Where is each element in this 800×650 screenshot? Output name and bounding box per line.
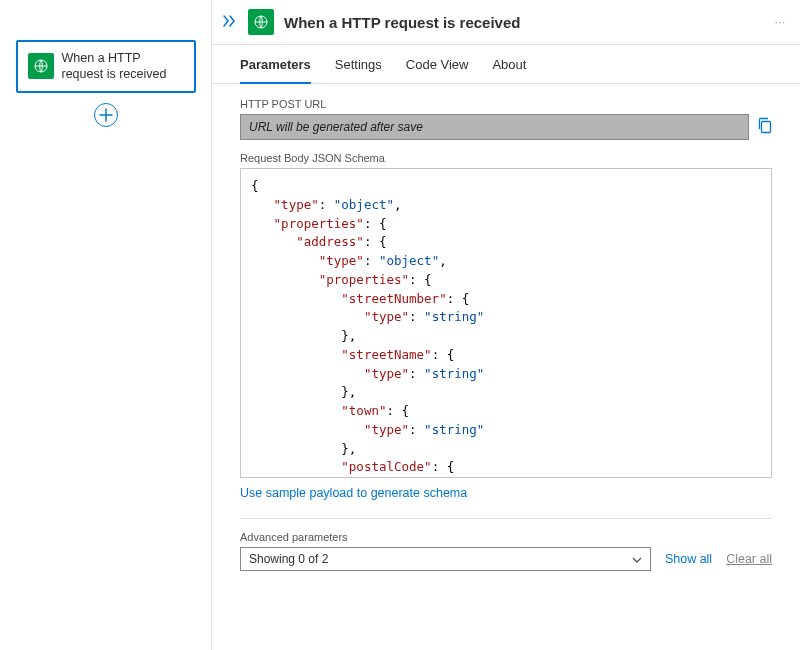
chevron-down-icon	[632, 554, 642, 565]
clear-all-link[interactable]: Clear all	[726, 552, 772, 566]
tab-code-view[interactable]: Code View	[406, 45, 469, 83]
show-all-link[interactable]: Show all	[665, 552, 712, 566]
schema-editor[interactable]: { "type": "object", "properties": { "add…	[240, 168, 772, 478]
globe-icon	[28, 53, 54, 79]
divider	[240, 518, 772, 519]
use-sample-payload-link[interactable]: Use sample payload to generate schema	[240, 486, 467, 500]
advanced-parameters-dropdown[interactable]: Showing 0 of 2	[240, 547, 651, 571]
tab-parameters[interactable]: Parameters	[240, 45, 311, 84]
advanced-select-text: Showing 0 of 2	[249, 552, 328, 566]
canvas-pane: When a HTTP request is received	[0, 0, 211, 650]
panel-header: When a HTTP request is received ···	[212, 0, 800, 45]
panel-tabs: Parameters Settings Code View About	[212, 45, 800, 84]
globe-icon	[248, 9, 274, 35]
panel-menu-button[interactable]: ···	[775, 17, 786, 28]
trigger-node-label: When a HTTP request is received	[62, 50, 184, 83]
panel-body: HTTP POST URL URL will be generated afte…	[212, 84, 800, 650]
tab-about[interactable]: About	[492, 45, 526, 83]
trigger-node-card[interactable]: When a HTTP request is received	[16, 40, 196, 93]
schema-label: Request Body JSON Schema	[240, 152, 772, 164]
copy-url-button[interactable]	[757, 117, 772, 137]
add-step-button[interactable]	[94, 103, 118, 127]
tab-settings[interactable]: Settings	[335, 45, 382, 83]
advanced-label: Advanced parameters	[240, 531, 772, 543]
collapse-panel-button[interactable]	[222, 14, 238, 30]
url-label: HTTP POST URL	[240, 98, 772, 110]
details-panel: When a HTTP request is received ··· Para…	[211, 0, 800, 650]
svg-rect-2	[762, 122, 771, 133]
panel-title: When a HTTP request is received	[284, 14, 765, 31]
url-value-box: URL will be generated after save	[240, 114, 749, 140]
